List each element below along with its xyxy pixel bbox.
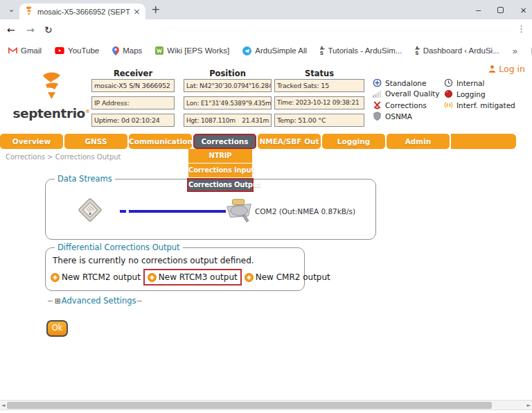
osnma-shield-icon: [373, 112, 382, 121]
differential-corrections-panel: Differential Corrections Output There is…: [45, 247, 305, 291]
receiver-column-header: Receiver: [91, 69, 175, 78]
corrections-dropdown: NTRIP Corrections Input Corrections Outp…: [188, 149, 254, 193]
ardusimple-as-icon: A-S: [320, 46, 324, 55]
horizontal-scrollbar[interactable]: ◄ ►: [0, 400, 532, 410]
browser-window: ⌄ mosaic-X5-3666952 (SEPT) - S × + – × ←…: [0, 0, 532, 413]
tab-close-icon[interactable]: ×: [133, 6, 141, 17]
menu-item-corrections-output[interactable]: Corrections Output: [187, 178, 254, 192]
bookmark-wiki[interactable]: Wiki [EPS Works]: [155, 46, 229, 55]
nav-overview[interactable]: Overview: [0, 134, 63, 149]
legend-logging: Logging: [444, 89, 486, 98]
bookmark-label: YouTube: [68, 46, 99, 55]
standalone-icon: [373, 78, 382, 87]
stream-label: COM2 (Out:NMEA 0.87kB/s): [255, 207, 355, 216]
status-column-header: Status: [274, 69, 364, 78]
serial-connector-icon: [224, 197, 254, 224]
legend-internal: Internal: [444, 78, 484, 87]
nav-corrections[interactable]: Corrections: [193, 134, 256, 149]
legend-corrections: Corrections: [373, 100, 427, 109]
nav-admin[interactable]: Admin: [387, 134, 450, 149]
nav-nmea-sbf-out[interactable]: NMEA/SBF Out: [258, 134, 321, 149]
forward-icon[interactable]: →: [26, 24, 35, 35]
nav-communication[interactable]: Communication: [129, 134, 192, 149]
menu-item-ntrip[interactable]: NTRIP: [188, 149, 252, 163]
bookmark-label: ArduSimple All: [255, 46, 307, 55]
plus-circle-icon: [51, 273, 60, 282]
new-tab-button[interactable]: +: [151, 3, 160, 16]
differential-corrections-legend: Differential Corrections Output: [55, 243, 183, 252]
bookmark-gmail[interactable]: Gmail: [8, 46, 42, 55]
scrollbar-thumb[interactable]: [7, 402, 492, 409]
bookmark-label: Maps: [123, 46, 142, 55]
nav-gnss[interactable]: GNSS: [64, 134, 127, 149]
logging-icon: [444, 89, 453, 98]
tab-strip: ⌄ mosaic-X5-3666952 (SEPT) - S × + – ×: [0, 0, 532, 19]
legend-interference: Interf. mitigated: [444, 100, 515, 109]
signal-quality-icon: [373, 90, 382, 98]
log-in-label: Log in: [499, 64, 525, 74]
bookmarks-overflow-icon[interactable]: »: [513, 46, 517, 56]
brand-wordmark: septentrio®: [12, 106, 90, 121]
data-streams-legend: Data Streams: [55, 174, 115, 184]
position-column-header: Position: [184, 69, 272, 78]
breadcrumb: Corrections > Corrections Output: [6, 153, 121, 161]
bookmark-tutorials[interactable]: A-S Tutorials - ArduSim...: [320, 46, 402, 55]
latitude-cell: Lat: N42°30'30.0794"16.284m: [184, 79, 272, 92]
height-cell: Hgt: 1087.110m21.431m: [184, 114, 272, 127]
new-rtcm3-output-button[interactable]: New RTCM3 output: [148, 272, 238, 283]
ardusimple-as-icon: A-S: [415, 46, 419, 55]
bookmark-label: Tutorials - ArduSim...: [328, 46, 402, 55]
septentrio-logo-icon: [37, 71, 66, 103]
reload-icon[interactable]: ↻: [44, 24, 53, 35]
bookmark-dashboard[interactable]: A-S Dashboard ‹ ArduSi...: [415, 46, 499, 55]
nav-filler: [451, 134, 516, 149]
scroll-left-icon[interactable]: ◄: [1, 403, 5, 408]
nav-logging[interactable]: Logging: [322, 134, 385, 149]
gmail-icon: [8, 47, 17, 54]
receiver-chip-icon: [76, 196, 104, 224]
menu-item-corrections-input[interactable]: Corrections Input: [188, 164, 252, 177]
ok-button[interactable]: Ok: [46, 320, 68, 337]
tab-title: mosaic-X5-3666952 (SEPT) - S: [37, 8, 130, 16]
menu-dots-icon[interactable]: ⋮: [517, 24, 526, 34]
browser-tab[interactable]: mosaic-X5-3666952 (SEPT) - S ×: [19, 3, 145, 19]
telegram-icon: [242, 46, 251, 55]
minimize-button[interactable]: –: [476, 5, 481, 15]
bookmark-maps[interactable]: Maps: [112, 46, 142, 55]
youtube-icon: [55, 47, 64, 54]
uptime-cell: Uptime: 0d 02:10:24: [91, 114, 175, 127]
new-rtcm2-output-button[interactable]: New RTCM2 output: [49, 270, 142, 284]
browser-toolbar: ← → ↻ Not secure 192.168.3.1/scr?cmd=1.2…: [0, 19, 532, 42]
bookmark-label: Wiki [EPS Works]: [167, 46, 229, 55]
bookmark-youtube[interactable]: YouTube: [55, 46, 99, 55]
legend-standalone: Standalone: [373, 78, 426, 87]
close-window-button[interactable]: ×: [520, 4, 526, 16]
bookmark-ardusimple-all[interactable]: ArduSimple All: [242, 46, 307, 55]
plus-circle-icon: [245, 273, 254, 282]
new-cmr2-output-button[interactable]: New CMR2 output: [243, 270, 332, 284]
maximize-icon: [497, 7, 504, 13]
wiki-icon: [155, 46, 163, 55]
septentrio-logo: septentrio®: [12, 71, 90, 121]
advanced-settings-label: Advanced Settings: [62, 296, 136, 306]
bookmarks-bar: Gmail YouTube Maps Wiki [EPS Works]: [0, 42, 532, 60]
septentrio-favicon: [24, 6, 33, 17]
tracked-sats-cell: Tracked Sats: 15: [274, 79, 364, 92]
stream-line: [129, 210, 226, 213]
tab-search-chevron-icon[interactable]: ⌄: [6, 4, 17, 16]
scroll-right-icon[interactable]: ►: [527, 403, 531, 408]
dash: −: [47, 296, 54, 306]
advanced-settings-toggle[interactable]: − ⊞ Advanced Settings −: [47, 296, 143, 306]
plus-circle-icon: [148, 273, 157, 282]
longitude-cell: Lon: E1°31'49.5389"9.435m: [184, 96, 272, 109]
back-icon[interactable]: ←: [7, 24, 15, 35]
bookmark-label: Gmail: [21, 46, 42, 55]
maximize-button[interactable]: [497, 5, 504, 15]
dash: −: [136, 296, 143, 306]
bookmark-label: Dashboard ‹ ArduSi...: [423, 46, 499, 55]
clock-icon: [444, 78, 453, 87]
time-cell: Time: 2023-10-12 09:38:21: [274, 96, 364, 109]
no-output-message: There is currently no corrections output…: [53, 256, 254, 265]
log-in-button[interactable]: Log in: [488, 64, 525, 74]
maps-icon: [112, 46, 119, 55]
